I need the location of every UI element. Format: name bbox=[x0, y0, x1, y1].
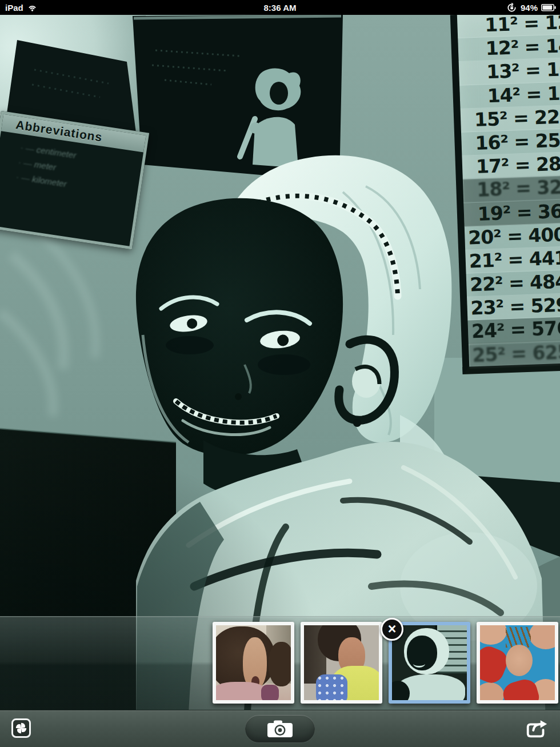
bottom-toolbar bbox=[0, 710, 560, 747]
status-bar: iPad 8:36 AM 94% bbox=[0, 0, 560, 15]
thumbnail-1-stretch-effect[interactable] bbox=[213, 622, 294, 704]
camera-icon bbox=[266, 719, 294, 738]
photo-booth-app: iPad 8:36 AM 94% bbox=[0, 0, 560, 747]
thumbnail-4-kaleidoscope-effect[interactable] bbox=[477, 622, 558, 704]
effects-button[interactable] bbox=[11, 718, 31, 738]
thumbnail-strip: × bbox=[0, 616, 560, 710]
thumbnail-2-squeeze-effect[interactable] bbox=[301, 622, 382, 704]
clock: 8:36 AM bbox=[0, 0, 560, 15]
shutter-button[interactable] bbox=[245, 715, 315, 742]
subject-earring bbox=[353, 419, 361, 427]
thumbnail-3-photo bbox=[392, 625, 467, 700]
thumbnail-4-photo bbox=[480, 625, 555, 700]
rotation-lock-icon bbox=[506, 2, 517, 13]
pinwheel-icon bbox=[15, 722, 27, 734]
battery-icon bbox=[541, 4, 556, 11]
thumbnail-2-photo bbox=[304, 625, 379, 700]
share-icon bbox=[525, 718, 550, 739]
thumbnail-1-photo bbox=[216, 625, 291, 700]
share-button[interactable] bbox=[523, 717, 551, 740]
delete-thumbnail-button[interactable]: × bbox=[381, 618, 403, 641]
battery-percent: 94% bbox=[521, 3, 538, 13]
